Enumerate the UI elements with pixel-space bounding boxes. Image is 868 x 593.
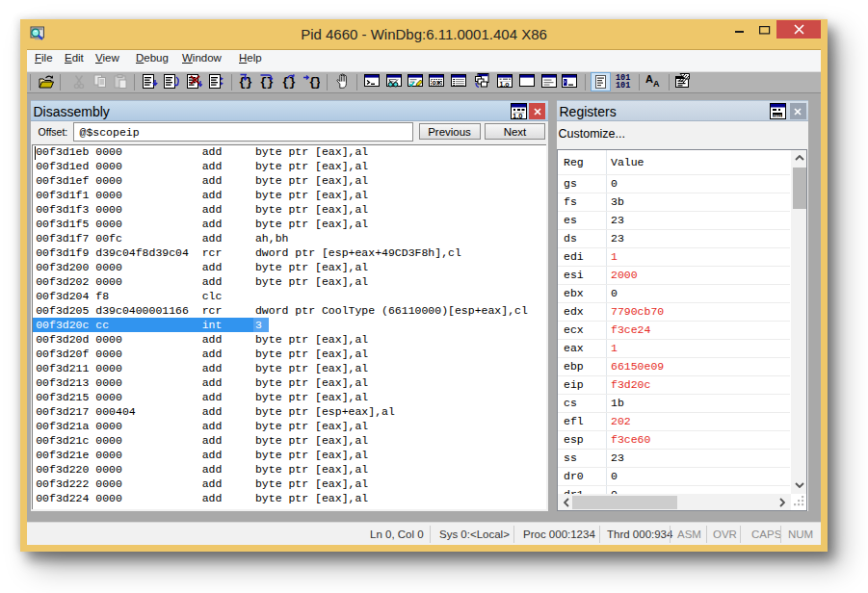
svg-text:reg: reg [773,113,781,118]
svg-text:A: A [653,79,660,88]
svg-text:1.0: 1.0 [513,112,522,120]
svg-text:101: 101 [616,81,630,89]
svg-text:1.o: 1.o [500,81,510,88]
svg-text:}: } [314,75,320,89]
svg-text:}: } [246,75,253,89]
svg-text:}: } [267,75,275,89]
svg-text:A: A [645,73,653,85]
